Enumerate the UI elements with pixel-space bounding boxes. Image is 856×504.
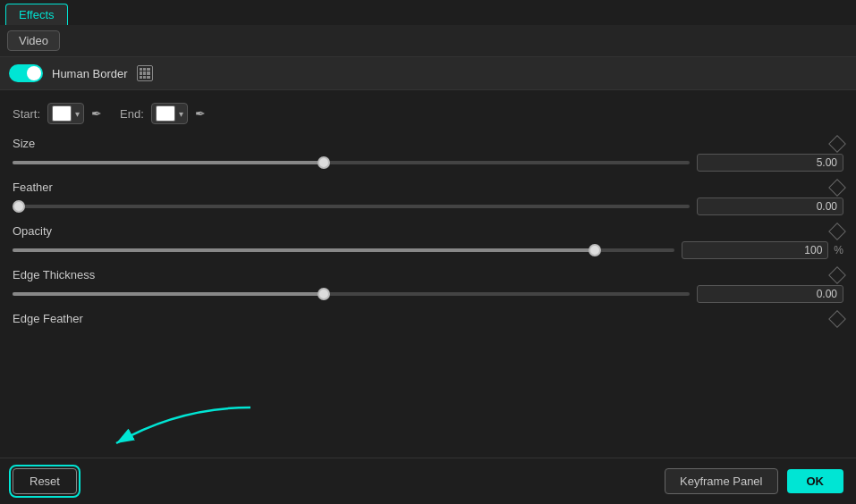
human-border-label: Human Border xyxy=(52,67,128,80)
size-slider-track[interactable] xyxy=(13,161,690,164)
opacity-slider-thumb[interactable] xyxy=(589,244,601,256)
edge-thickness-value-input[interactable] xyxy=(697,285,843,303)
opacity-slider-track[interactable] xyxy=(13,248,674,252)
edge-thickness-slider-track[interactable] xyxy=(13,292,690,296)
feather-keyframe-icon[interactable] xyxy=(828,179,846,197)
start-eyedropper-icon[interactable]: ✒ xyxy=(91,106,102,121)
edge-thickness-slider-fill xyxy=(13,292,324,296)
opacity-slider-row: Opacity % xyxy=(13,224,843,259)
tab-effects[interactable]: Effects xyxy=(5,4,68,25)
edge-thickness-slider-thumb[interactable] xyxy=(318,288,330,300)
start-label: Start: xyxy=(13,107,40,121)
edge-feather-row: Edge Feather xyxy=(13,312,843,329)
bottom-right-actions: Keyframe Panel OK xyxy=(665,468,843,494)
tab-video[interactable]: Video xyxy=(7,30,60,51)
size-slider-wrapper xyxy=(13,154,843,172)
end-color-swatch xyxy=(156,105,175,122)
edge-thickness-keyframe-icon[interactable] xyxy=(828,266,846,284)
size-slider-fill xyxy=(13,161,324,164)
edge-thickness-slider-wrapper xyxy=(13,285,843,303)
color-row: Start: ▾ ✒ End: ▾ ✒ xyxy=(13,103,843,124)
opacity-unit: % xyxy=(834,244,843,256)
edge-thickness-slider-row: Edge Thickness xyxy=(13,268,843,303)
end-color-picker[interactable]: ▾ xyxy=(151,103,188,124)
size-value-input[interactable] xyxy=(697,154,843,172)
opacity-slider-wrapper: % xyxy=(13,241,843,259)
grid-settings-icon[interactable] xyxy=(137,65,153,81)
feather-slider-thumb[interactable] xyxy=(13,200,25,213)
size-keyframe-icon[interactable] xyxy=(828,135,846,153)
start-color-arrow: ▾ xyxy=(75,109,80,119)
second-row: Video xyxy=(0,25,856,57)
size-label: Size xyxy=(13,137,35,150)
opacity-label: Opacity xyxy=(13,224,52,238)
toggle-row: Human Border xyxy=(0,57,856,90)
size-slider-row: Size xyxy=(13,137,843,172)
feather-slider-wrapper xyxy=(13,197,843,215)
bottom-bar: Reset Keyframe Panel OK xyxy=(0,458,856,504)
end-color-arrow: ▾ xyxy=(179,109,183,119)
ok-button[interactable]: OK xyxy=(787,469,844,493)
start-color-picker[interactable]: ▾ xyxy=(47,103,84,124)
arrow-annotation xyxy=(89,399,268,452)
edge-feather-keyframe-icon[interactable] xyxy=(828,310,846,328)
start-color-swatch xyxy=(52,105,72,122)
end-eyedropper-icon[interactable]: ✒ xyxy=(195,106,206,121)
feather-slider-track[interactable] xyxy=(13,205,690,208)
human-border-toggle[interactable] xyxy=(9,64,43,82)
feather-label: Feather xyxy=(13,181,53,194)
top-tabs: Effects xyxy=(0,0,856,25)
size-slider-thumb[interactable] xyxy=(318,156,330,169)
edge-feather-label: Edge Feather xyxy=(13,312,83,325)
edge-thickness-label: Edge Thickness xyxy=(13,268,95,281)
feather-slider-row: Feather xyxy=(13,181,843,215)
opacity-slider-fill xyxy=(13,248,595,252)
feather-value-input[interactable] xyxy=(697,197,843,215)
keyframe-panel-button[interactable]: Keyframe Panel xyxy=(665,468,778,494)
opacity-keyframe-icon[interactable] xyxy=(828,223,846,240)
opacity-value-input[interactable] xyxy=(682,241,828,259)
reset-button[interactable]: Reset xyxy=(13,468,77,494)
end-label: End: xyxy=(120,107,144,121)
content-area: Start: ▾ ✒ End: ▾ ✒ Size Feather xyxy=(0,90,856,343)
